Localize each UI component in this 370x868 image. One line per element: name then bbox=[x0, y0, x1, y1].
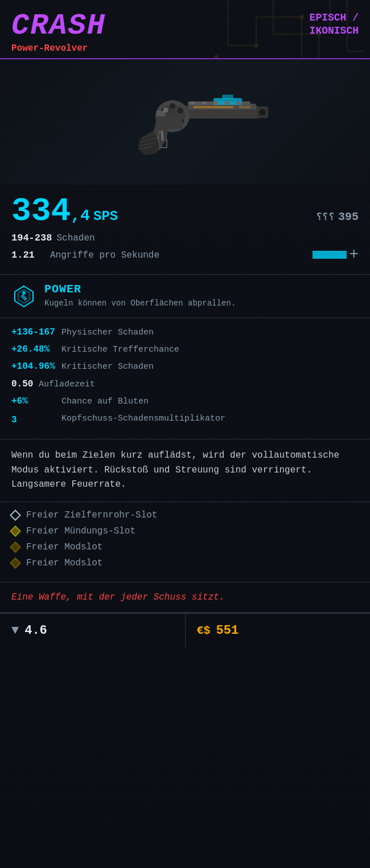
slots-section: Freier Zielfernrohr-Slot Freier Mündungs… bbox=[0, 502, 370, 582]
damage-row: 194-238 Schaden bbox=[11, 233, 359, 243]
stats-section: 334 ,4 SPS ⸮⸮⸮ 395 194-238 Schaden 1.21 … bbox=[0, 185, 370, 275]
weapon-image-area bbox=[0, 59, 370, 185]
slot-row-3: Freier Modslot bbox=[11, 558, 359, 568]
item-level: ⸮⸮⸮ 395 bbox=[316, 210, 359, 223]
price-value: 551 bbox=[216, 624, 239, 638]
slot-label-0: Freier Zielfernrohr-Slot bbox=[26, 510, 157, 520]
svg-rect-36 bbox=[163, 108, 168, 112]
upgrade-bar bbox=[313, 251, 347, 259]
slot-label-1: Freier Mündungs-Slot bbox=[26, 526, 135, 536]
svg-point-24 bbox=[170, 103, 175, 109]
ability-text: Wenn du beim Zielen kurz auflädst, wird … bbox=[11, 449, 359, 492]
attack-row: 1.21 Angriffe pro Sekunde + bbox=[11, 247, 359, 263]
modifier-row-0: +136-167 Physischer Schaden bbox=[11, 326, 359, 339]
dps-row: 334 ,4 SPS ⸮⸮⸮ 395 bbox=[11, 195, 359, 228]
slot-label-2: Freier Modslot bbox=[26, 542, 102, 552]
mod-value-4: +6% bbox=[11, 395, 57, 407]
dps-main: 334 bbox=[11, 195, 71, 228]
mod-slot-icon-2 bbox=[10, 557, 21, 569]
attack-speed: 1.21 bbox=[11, 250, 46, 260]
svg-rect-41 bbox=[191, 101, 195, 104]
dps-unit: SPS bbox=[93, 209, 118, 224]
rarity-line1: EPISCH / bbox=[310, 11, 359, 25]
bullets-icon: ⸮⸮⸮ bbox=[316, 210, 335, 223]
mod-value-2: +104.96% bbox=[11, 360, 57, 373]
svg-rect-40 bbox=[222, 95, 233, 99]
weight-icon: ▼ bbox=[11, 624, 19, 638]
weapon-type: Power-Revolver bbox=[11, 43, 359, 54]
modifier-row-5: 3 Kopfschuss-Schadensmultiplikator bbox=[11, 413, 359, 426]
flavor-text: Eine Waffe, mit der jeder Schuss sitzt. bbox=[11, 590, 359, 604]
svg-rect-47 bbox=[239, 106, 250, 108]
svg-rect-44 bbox=[225, 101, 229, 104]
upgrade-button[interactable]: + bbox=[313, 247, 359, 263]
mod-value-0: +136-167 bbox=[11, 326, 57, 339]
mod-label-4: Chance auf Bluten bbox=[61, 396, 149, 407]
muzzle-slot-icon bbox=[10, 525, 21, 537]
mod-value-1: +26.48% bbox=[11, 343, 57, 356]
dps-decimal: ,4 bbox=[71, 207, 90, 225]
modifier-row-4: +6% Chance auf Bluten bbox=[11, 395, 359, 407]
mod-value-5: 3 bbox=[11, 414, 57, 426]
damage-label: Schaden bbox=[56, 233, 94, 243]
slot-row-2: Freier Modslot bbox=[11, 542, 359, 552]
weapon-name: CRASH bbox=[11, 11, 359, 41]
item-header: CRASH EPISCH / IKONISCH Power-Revolver bbox=[0, 0, 370, 59]
flavor-section: Eine Waffe, mit der jeder Schuss sitzt. bbox=[0, 582, 370, 613]
power-text: POWER Kugeln können von Oberflächen abpr… bbox=[44, 283, 359, 309]
ability-section: Wenn du beim Zielen kurz auflädst, wird … bbox=[0, 439, 370, 502]
item-card: CRASH EPISCH / IKONISCH Power-Revolver bbox=[0, 0, 370, 868]
footer-price: €$ 551 bbox=[186, 614, 371, 647]
weight-value: 4.6 bbox=[24, 624, 47, 638]
power-section: POWER Kugeln können von Oberflächen abpr… bbox=[0, 275, 370, 318]
svg-rect-42 bbox=[202, 101, 207, 104]
svg-point-25 bbox=[178, 108, 183, 113]
footer-weight: ▼ 4.6 bbox=[0, 614, 186, 647]
rarity-line2: IKONISCH bbox=[310, 25, 359, 38]
rarity-badge: EPISCH / IKONISCH bbox=[310, 11, 359, 38]
attack-label: Angriffe pro Sekunde bbox=[50, 250, 159, 260]
power-icon bbox=[11, 284, 36, 309]
modifier-row-1: +26.48% Kritische Trefferchance bbox=[11, 343, 359, 356]
dps-display: 334 ,4 SPS bbox=[11, 195, 118, 228]
mod-label-0: Physischer Schaden bbox=[61, 327, 154, 339]
modifiers-section: +136-167 Physischer Schaden +26.48% Krit… bbox=[0, 318, 370, 439]
footer: ▼ 4.6 €$ 551 bbox=[0, 613, 370, 647]
currency-icon: €$ bbox=[197, 624, 211, 637]
attack-display: 1.21 Angriffe pro Sekunde bbox=[11, 250, 159, 260]
svg-rect-43 bbox=[213, 101, 218, 104]
svg-rect-46 bbox=[194, 106, 233, 108]
mod-slot-icon-1 bbox=[10, 541, 21, 553]
item-level-value: 395 bbox=[338, 210, 359, 223]
mod-label-3: Aufladezeit bbox=[39, 378, 95, 390]
weapon-image bbox=[88, 76, 282, 168]
slot-label-3: Freier Modslot bbox=[26, 558, 102, 568]
svg-point-38 bbox=[259, 109, 266, 116]
svg-rect-45 bbox=[236, 101, 241, 104]
scope-slot-icon bbox=[10, 510, 21, 521]
slot-row-0: Freier Zielfernrohr-Slot bbox=[11, 510, 359, 520]
mod-label-5: Kopfschuss-Schadensmultiplikator bbox=[61, 413, 225, 425]
power-title: POWER bbox=[44, 283, 359, 296]
slot-row-1: Freier Mündungs-Slot bbox=[11, 526, 359, 536]
mod-label-1: Kritische Trefferchance bbox=[61, 344, 179, 356]
damage-range: 194-238 bbox=[11, 233, 52, 243]
modifier-row-3: 0.50 Aufladezeit bbox=[11, 378, 359, 390]
mod-label-2: Kritischer Schaden bbox=[61, 361, 154, 373]
mod-value-3: 0.50 bbox=[11, 378, 34, 390]
modifier-row-2: +104.96% Kritischer Schaden bbox=[11, 360, 359, 373]
upgrade-plus-icon[interactable]: + bbox=[349, 247, 359, 263]
power-description: Kugeln können von Oberflächen abprallen. bbox=[44, 298, 359, 309]
